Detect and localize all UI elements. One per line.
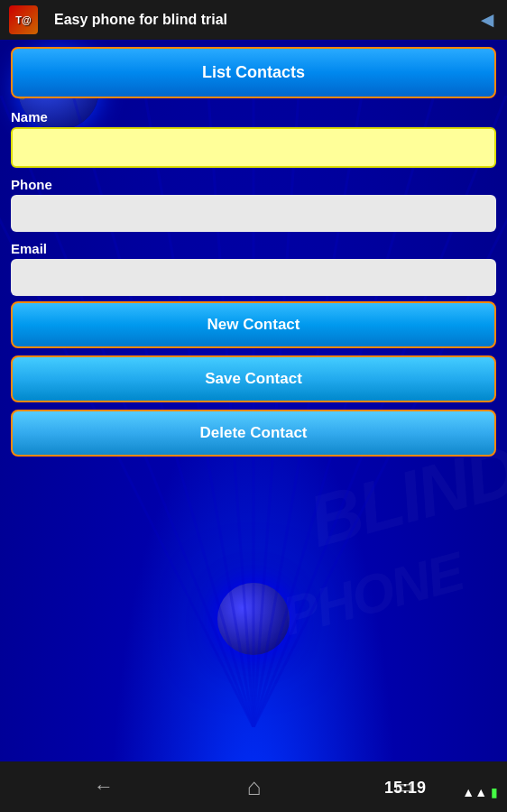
- new-contact-button[interactable]: New Contact: [11, 301, 496, 348]
- status-clock: 15:19: [384, 779, 426, 798]
- phone-label: Phone: [11, 177, 496, 192]
- bottom-nav-bar: ← ⌂ ▭ 15:19 ▲▲ ▮: [0, 761, 507, 812]
- status-signal: ▲▲ ▮: [462, 785, 498, 799]
- save-contact-button[interactable]: Save Contact: [11, 355, 496, 402]
- email-label: Email: [11, 241, 496, 256]
- app-title: Easy phone for blind trial: [54, 12, 227, 28]
- list-contacts-button[interactable]: List Contacts: [11, 47, 496, 98]
- battery-icon: ▮: [491, 785, 498, 799]
- home-nav-button[interactable]: ⌂: [247, 773, 262, 801]
- app-bar: T@ Easy phone for blind trial ◄: [0, 0, 507, 40]
- name-input[interactable]: [11, 127, 496, 168]
- signal-bars-icon: ▲▲: [462, 785, 487, 799]
- name-label: Name: [11, 109, 496, 125]
- email-input[interactable]: [11, 259, 496, 296]
- delete-contact-button[interactable]: Delete Contact: [11, 410, 496, 457]
- app-icon: T@: [9, 5, 38, 34]
- main-content: List Contacts Name Phone Email New Conta…: [0, 40, 507, 471]
- back-button[interactable]: ◄: [476, 7, 498, 32]
- back-nav-button[interactable]: ←: [94, 775, 114, 798]
- phone-input[interactable]: [11, 195, 496, 232]
